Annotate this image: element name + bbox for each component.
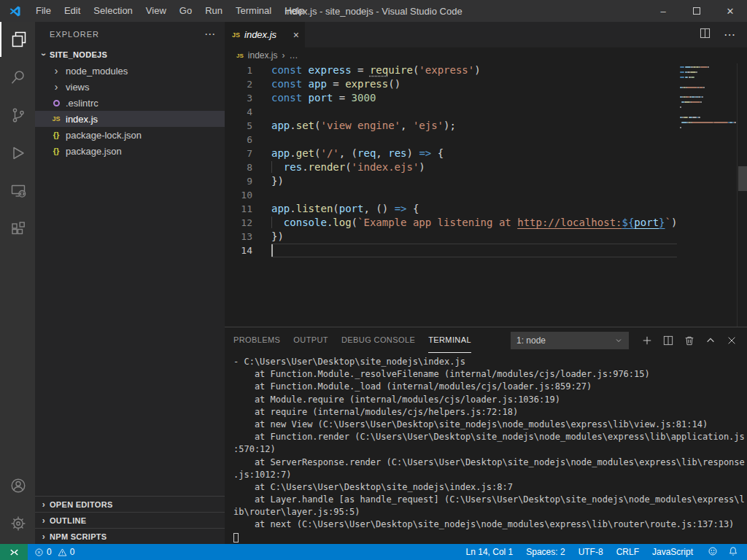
tree-root-site-nodejs[interactable]: › SITE_NODEJS (35, 47, 225, 63)
file-package-lock-json[interactable]: {}package-lock.json (35, 127, 225, 143)
terminal-line: at Module.require (internal/modules/cjs/… (233, 394, 747, 406)
menu-go[interactable]: Go (173, 0, 198, 22)
scrollbar-thumb[interactable] (738, 166, 747, 191)
chevron-right-icon: › (50, 66, 63, 76)
activity-explorer[interactable] (0, 22, 35, 57)
minimap-line (685, 77, 689, 78)
feedback-icon[interactable] (708, 546, 718, 559)
activity-remote-explorer[interactable] (0, 174, 35, 209)
code-line-9[interactable]: 9}) (225, 174, 747, 188)
maximize-panel-icon[interactable] (705, 335, 716, 346)
split-editor-icon[interactable] (700, 28, 711, 42)
line-number: 9 (225, 174, 271, 188)
terminal-line: at new View (C:\Users\User\Desktop\site_… (233, 419, 747, 431)
status-utf-8[interactable]: UTF-8 (578, 547, 603, 557)
file-label: package.json (66, 146, 122, 157)
code-line-11[interactable]: 11app.listen(port, () => { (225, 202, 747, 216)
code-line-1[interactable]: 1const express = require('express') (225, 63, 747, 77)
code-line-2[interactable]: 2const app = express() (225, 77, 747, 91)
code-line-4[interactable]: 4 (225, 105, 747, 119)
activity-extensions[interactable] (0, 211, 35, 246)
file-views[interactable]: ›views (35, 79, 225, 95)
section-open-editors[interactable]: ›OPEN EDITORS (35, 496, 225, 512)
problems-indicator[interactable]: 0 0 (28, 547, 84, 557)
activity-settings[interactable] (0, 506, 35, 541)
breadcrumb-file[interactable]: index.js (248, 50, 278, 61)
code-line-12[interactable]: 12 console.log(`Example app listening at… (225, 216, 747, 230)
terminal-line: at ServerResponse.render (C:\Users\User\… (233, 456, 747, 469)
code-line-13[interactable]: 13}) (225, 230, 747, 244)
file-node-modules[interactable]: ›node_modules (35, 63, 225, 79)
menu-view[interactable]: View (139, 0, 173, 22)
code-line-6[interactable]: 6 (225, 133, 747, 147)
panel-tab-problems[interactable]: PROBLEMS (233, 327, 280, 353)
activity-run-debug[interactable] (0, 136, 35, 171)
panel-tab-debug-console[interactable]: DEBUG CONSOLE (341, 327, 415, 353)
tab-index-js[interactable]: JS index.js × (225, 22, 305, 47)
file-eslintrc[interactable]: .eslintrc (35, 95, 225, 111)
menu-help[interactable]: Help (278, 0, 311, 22)
minimap-line (703, 87, 705, 88)
editor-group: JS index.js × ⋯ JS index.js › … 1const (225, 22, 747, 544)
vscode-window: index.js - site_nodejs - Visual Studio C… (0, 0, 747, 560)
file-package-json[interactable]: {}package.json (35, 143, 225, 159)
js-file-icon: JS (232, 31, 240, 39)
panel-tab-terminal[interactable]: TERMINAL (428, 327, 471, 353)
terminal-cursor (233, 533, 239, 542)
minimap-line (713, 122, 728, 123)
remote-indicator[interactable] (0, 544, 28, 560)
activity-bar (0, 22, 35, 544)
split-terminal-icon[interactable] (663, 335, 673, 346)
panel-tab-output[interactable]: OUTPUT (293, 327, 328, 353)
minimize-button[interactable]: – (646, 0, 680, 22)
line-number: 14 (225, 244, 271, 257)
activity-source-control[interactable] (0, 98, 35, 133)
json-icon: {} (50, 147, 63, 155)
terminal-line: :570:12) (233, 443, 747, 456)
code-line-7[interactable]: 7app.get('/', (req, res) => { (225, 147, 747, 160)
activity-account[interactable] (0, 468, 35, 503)
maximize-button[interactable] (680, 0, 713, 22)
terminal-line: at next (C:\Users\User\Desktop\site_node… (233, 518, 747, 531)
code-line-3[interactable]: 3const port = 3000 (225, 91, 747, 105)
terminal-output[interactable]: - C:\Users\User\Desktop\site_nodejs\inde… (225, 353, 747, 544)
close-panel-icon[interactable] (727, 335, 737, 346)
status-spaces-2[interactable]: Spaces: 2 (526, 547, 565, 557)
code-line-5[interactable]: 5app.set('view engine', 'ejs'); (225, 119, 747, 133)
status-javascript[interactable]: JavaScript (652, 547, 693, 557)
code-editor[interactable]: 1const express = require('express')2cons… (225, 63, 747, 327)
menu-file[interactable]: File (29, 0, 58, 22)
section-npm-scripts[interactable]: ›NPM SCRIPTS (35, 528, 225, 544)
menu-run[interactable]: Run (198, 0, 229, 22)
activity-search[interactable] (0, 60, 35, 95)
line-number: 12 (225, 216, 271, 230)
line-number: 11 (225, 202, 271, 216)
code-line-10[interactable]: 10 (225, 188, 747, 202)
section-label: OUTLINE (50, 516, 86, 525)
code-text: app.listen(port, () => { (271, 202, 419, 216)
line-number: 2 (225, 77, 271, 91)
code-line-8[interactable]: 8 res.render('index.ejs') (225, 160, 747, 174)
terminal-picker[interactable]: 1: node (511, 332, 629, 349)
section-outline[interactable]: ›OUTLINE (35, 512, 225, 528)
notifications-bell-icon[interactable] (728, 546, 738, 559)
status-crlf[interactable]: CRLF (616, 547, 639, 557)
more-actions-icon[interactable]: ⋯ (204, 28, 216, 41)
menu-terminal[interactable]: Terminal (229, 0, 278, 22)
tab-close-icon[interactable]: × (293, 29, 299, 41)
minimap-line (686, 87, 697, 88)
menu-selection[interactable]: Selection (87, 0, 139, 22)
breadcrumb[interactable]: JS index.js › … (225, 47, 747, 63)
more-actions-icon[interactable]: ⋯ (724, 28, 735, 42)
new-terminal-icon[interactable] (642, 335, 652, 346)
minimap-line (700, 101, 702, 103)
close-button[interactable]: ✕ (713, 0, 747, 22)
kill-terminal-icon[interactable] (684, 335, 694, 346)
status-ln-14-col-1[interactable]: Ln 14, Col 1 (466, 547, 514, 557)
menu-edit[interactable]: Edit (58, 0, 87, 22)
line-number: 1 (225, 63, 271, 77)
minimap[interactable] (677, 63, 737, 327)
code-line-14[interactable]: 14 (225, 244, 747, 257)
breadcrumb-symbol[interactable]: … (289, 50, 298, 61)
file-index-js[interactable]: JSindex.js (35, 111, 225, 127)
